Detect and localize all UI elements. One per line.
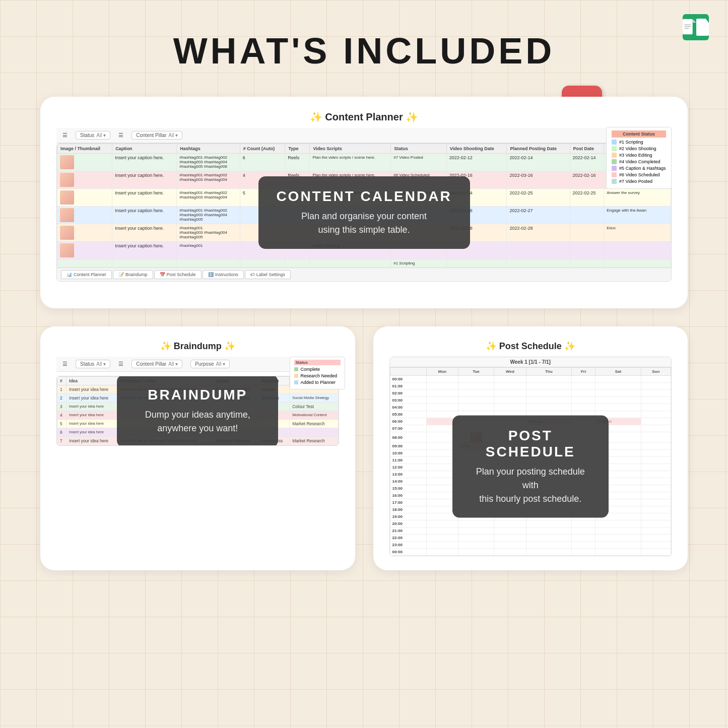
- week-label: Week 1 [1/1 - 7/1]: [390, 357, 672, 367]
- bd-status-research: Research Needed: [294, 373, 341, 378]
- col-header-planned: Planned Posting Date: [507, 144, 570, 154]
- col-header-scripts: Video Scripts: [310, 144, 391, 154]
- status-dot-2: [612, 146, 617, 151]
- filter-icon-2: ☰: [118, 132, 123, 139]
- col-header-image: Image / Thumbnail: [57, 144, 112, 154]
- page-header: WHAT'S INCLUDED: [173, 30, 555, 72]
- col-header-postdate: Post Date: [570, 144, 604, 154]
- time-row: 00:00: [390, 549, 671, 556]
- tab-instructions[interactable]: ℹ️ Instructions: [203, 270, 244, 279]
- time-row: 21:00: [390, 527, 671, 535]
- thumbnail: [60, 173, 74, 187]
- time-row: 02:00: [390, 390, 671, 397]
- bd-col-idea: Idea: [67, 377, 118, 385]
- post-schedule-card: ✨ Post Schedule ✨ Week 1 [1/1 - 7/1] Mon…: [373, 326, 688, 570]
- time-row: 23:00: [390, 542, 671, 549]
- table-row: #1 Scripting: [57, 259, 671, 268]
- ps-overlay-desc: Plan your posting schedule withthis hour…: [469, 465, 592, 505]
- google-sheets-icon: [683, 14, 709, 40]
- page-content: WHAT'S INCLUDED ♥ ✨ Content Planner ✨ Co…: [0, 0, 728, 728]
- spreadsheet-preview: Image / Thumbnail Caption Hashtags # Cou…: [56, 143, 672, 282]
- bd-legend-title: Status: [294, 360, 341, 365]
- svg-rect-3: [685, 28, 689, 29]
- wed-header: Wed: [494, 368, 526, 376]
- ps-overlay-title: POST SCHEDULE: [469, 427, 592, 459]
- filter-bar: ☰ Status All ▾ ☰ Content Pillar All ▾: [56, 128, 672, 143]
- time-row: 00:00: [390, 376, 671, 383]
- status-filter[interactable]: Status All ▾: [76, 131, 110, 140]
- bd-content-pillar-filter[interactable]: Content Pillar All ▾: [131, 360, 182, 368]
- time-row: 22:00: [390, 535, 671, 542]
- cards-container: ✨ Content Planner ✨ Content Status #1 Sc…: [40, 97, 688, 570]
- braindump-overlay: BRAINDUMP Dump your ideas anytime,anywhe…: [117, 376, 278, 446]
- col-header-status: Status: [391, 144, 447, 154]
- status-item-1: #1 Scripting: [612, 140, 666, 145]
- braindump-card: ✨ Braindump ✨ ☰ Status All ▾ ☰ Content P…: [40, 326, 355, 570]
- tab-post-schedule[interactable]: 📅 Post Schedule: [154, 270, 202, 279]
- status-dot-7: [612, 179, 617, 184]
- status-item-7: #7 Video Posted: [612, 179, 666, 184]
- thumbnail: [60, 226, 74, 240]
- status-item-6: #6 Video Scheduled: [612, 172, 666, 177]
- col-header-hashtags: Hashtags: [177, 144, 240, 154]
- tab-braindump[interactable]: 📝 Braindump: [113, 270, 153, 279]
- table-row: Insert your caption here. #hashtag001 #h…: [57, 154, 671, 171]
- overlay-desc: Plan and organise your contentusing this…: [275, 210, 454, 237]
- bd-overlay-title: BRAINDUMP: [133, 387, 262, 403]
- thumbnail: [60, 155, 74, 169]
- thumbnail: [60, 190, 74, 205]
- time-col-header: [390, 368, 427, 376]
- page-title: WHAT'S INCLUDED: [173, 30, 555, 72]
- tue-header: Tue: [458, 368, 494, 376]
- content-calendar-card: ✨ Content Planner ✨ Content Status #1 Sc…: [40, 97, 688, 308]
- content-calendar-overlay: CONTENT CALENDAR Plan and organise your …: [258, 176, 470, 249]
- status-dot-1: [612, 140, 617, 145]
- time-row: 03:00: [390, 397, 671, 404]
- bd-status-added: Added to Planner: [294, 380, 341, 385]
- content-pillar-filter[interactable]: Content Pillar All ▾: [131, 131, 182, 140]
- status-dot-4: [612, 159, 617, 164]
- svg-rect-1: [685, 25, 691, 25]
- status-dot-3: [612, 153, 617, 158]
- col-header-shoot: Video Shooting Date: [446, 144, 507, 154]
- bottom-cards: ✨ Braindump ✨ ☰ Status All ▾ ☰ Content P…: [40, 326, 688, 570]
- thu-header: Thu: [526, 368, 571, 376]
- status-item-4: #4 Video Completed: [612, 159, 666, 164]
- post-schedule-overlay: POST SCHEDULE Plan your posting schedule…: [452, 415, 609, 517]
- tab-content-planner[interactable]: 📊 Content Planner: [61, 270, 112, 279]
- col-header-count: # Count (Auto): [240, 144, 285, 154]
- status-legend-title: Content Status: [612, 130, 666, 138]
- bd-overlay-desc: Dump your ideas anytime,anywhere you wan…: [133, 408, 262, 435]
- thumbnail: [60, 243, 74, 257]
- time-row: 01:00: [390, 383, 671, 390]
- bd-purpose-filter[interactable]: Purpose All ▾: [190, 360, 230, 368]
- col-header-caption: Caption: [112, 144, 177, 154]
- bd-status-complete: Complete: [294, 367, 341, 372]
- status-legend: Content Status #1 Scripting #2 Video Sho…: [606, 127, 672, 189]
- bd-status-filter[interactable]: Status All ▾: [76, 360, 110, 368]
- mon-header: Mon: [427, 368, 458, 376]
- braindump-status-legend: Status Complete Research Needed Added to…: [290, 357, 345, 389]
- status-item-5: #5 Caption & Hashtags: [612, 166, 666, 171]
- sun-header: Sun: [641, 368, 671, 376]
- sat-header: Sat: [595, 368, 641, 376]
- time-row: 04:00: [390, 404, 671, 411]
- status-item-3: #3 Video Editing: [612, 153, 666, 158]
- status-dot-6: [612, 172, 617, 177]
- braindump-title: ✨ Braindump ✨: [56, 341, 339, 352]
- filter-icon: ☰: [62, 132, 68, 139]
- overlay-title: CONTENT CALENDAR: [275, 188, 454, 205]
- thumbnail: [60, 208, 74, 222]
- col-header-type: Type: [285, 144, 310, 154]
- svg-rect-2: [685, 26, 691, 27]
- post-schedule-title: ✨ Post Schedule ✨: [389, 341, 672, 352]
- status-dot-5: [612, 166, 617, 171]
- content-planner-title: ✨ Content Planner ✨: [56, 111, 672, 123]
- status-item-2: #2 Video Shooting: [612, 146, 666, 151]
- fri-header: Fri: [571, 368, 595, 376]
- tab-label-settings[interactable]: 🏷 Label Settings: [245, 270, 291, 279]
- bd-col-num: #: [57, 377, 67, 385]
- post-schedule-spreadsheet: Week 1 [1/1 - 7/1] Mon Tue Wed Thu Fri S…: [389, 357, 672, 556]
- tab-bar: 📊 Content Planner 📝 Braindump 📅 Post Sch…: [57, 268, 671, 281]
- time-row: 20:00: [390, 520, 671, 527]
